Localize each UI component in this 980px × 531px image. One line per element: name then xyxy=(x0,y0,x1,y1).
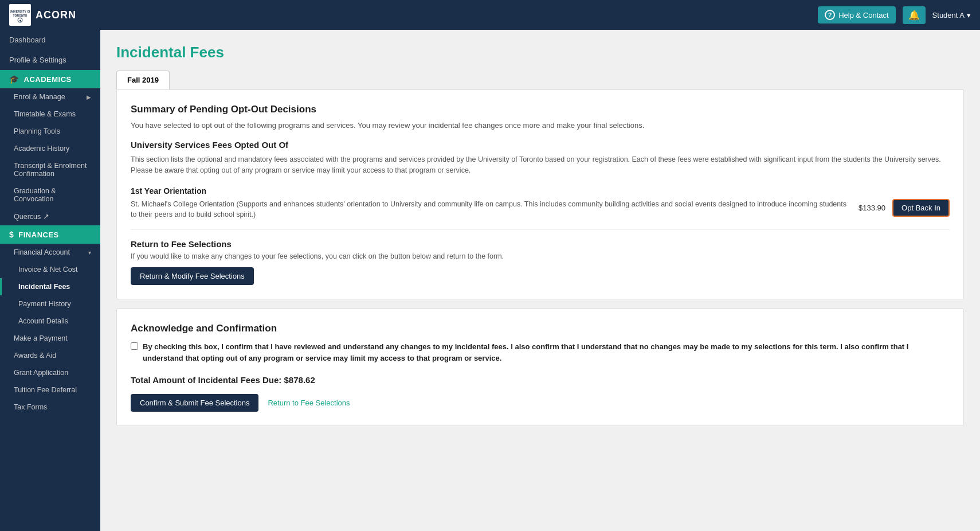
sidebar-item-invoice-net-cost[interactable]: Invoice & Net Cost xyxy=(0,261,100,278)
user-caret-icon: ▾ xyxy=(967,11,971,19)
sidebar-item-profile[interactable]: Profile & Settings xyxy=(0,50,100,70)
main-content: Incidental Fees Fall 2019 Summary of Pen… xyxy=(100,30,980,531)
university-logo: UNIVERSITY OF TORONTO ⚜ xyxy=(9,4,31,26)
sidebar-item-academic-history[interactable]: Academic History xyxy=(0,140,100,157)
sidebar-item-enrol-manage[interactable]: Enrol & Manage ▶ xyxy=(0,88,100,106)
sidebar-item-dashboard[interactable]: Dashboard xyxy=(0,30,100,50)
user-menu-button[interactable]: Student A ▾ xyxy=(932,11,971,19)
academics-icon: 🎓 xyxy=(9,75,19,84)
sidebar-item-tax-forms[interactable]: Tax Forms xyxy=(0,399,100,416)
acknowledge-card: Acknowledge and Confirmation By checking… xyxy=(116,309,964,426)
fee-item-title: 1st Year Orientation xyxy=(131,186,950,196)
acknowledge-checkbox[interactable] xyxy=(131,342,138,350)
chevron-right-icon: ▶ xyxy=(87,94,91,100)
summary-title: Summary of Pending Opt-Out Decisions xyxy=(131,104,950,115)
chevron-down-icon: ▾ xyxy=(88,249,91,256)
finances-section-header: $ FINANCES xyxy=(0,225,100,244)
sidebar-profile-label: Profile & Settings xyxy=(9,56,66,64)
sidebar-item-financial-account[interactable]: Financial Account ▾ xyxy=(0,244,100,261)
sidebar-item-make-payment[interactable]: Make a Payment xyxy=(0,330,100,347)
confirm-submit-button[interactable]: Confirm & Submit Fee Selections xyxy=(131,394,258,412)
acknowledge-check-row: By checking this box, I confirm that I h… xyxy=(131,341,950,364)
fee-item-right: $133.90 Opt Back In xyxy=(859,199,950,217)
user-label: Student A xyxy=(932,11,965,19)
topnav-right: ? Help & Contact 🔔 Student A ▾ xyxy=(818,6,971,24)
sidebar-item-graduation-convocation[interactable]: Graduation & Convocation xyxy=(0,182,100,208)
sidebar-item-quercus[interactable]: Quercus ↗ xyxy=(0,208,100,225)
svg-text:TORONTO: TORONTO xyxy=(13,14,28,17)
summary-card: Summary of Pending Opt-Out Decisions You… xyxy=(116,89,964,299)
help-button[interactable]: ? Help & Contact xyxy=(818,6,895,24)
fee-item-row: St. Michael's College Orientation (Suppo… xyxy=(131,199,950,221)
sidebar-item-incidental-fees[interactable]: Incidental Fees xyxy=(0,278,100,295)
opt-back-in-button[interactable]: Opt Back In xyxy=(892,199,950,217)
sidebar-item-timetable-exams[interactable]: Timetable & Exams xyxy=(0,106,100,123)
total-amount-label: Total Amount of Incidental Fees Due: $87… xyxy=(131,375,950,385)
notification-icon: 🔔 xyxy=(908,10,920,20)
page-title: Incidental Fees xyxy=(116,44,964,61)
fee-item-orientation: 1st Year Orientation St. Michael's Colle… xyxy=(131,186,950,221)
make-payment-label: Make a Payment xyxy=(14,334,68,342)
academics-header-label: ACADEMICS xyxy=(24,75,72,84)
sidebar-item-payment-history[interactable]: Payment History xyxy=(0,295,100,313)
topnav: UNIVERSITY OF TORONTO ⚜ ACORN ? Help & C… xyxy=(0,0,980,30)
academics-section-header: 🎓 ACADEMICS xyxy=(0,70,100,88)
sidebar-item-transcript-enrolment[interactable]: Transcript & Enrolment Confirmation xyxy=(0,157,100,182)
divider xyxy=(131,229,950,230)
finances-header-label: FINANCES xyxy=(18,231,58,239)
finances-icon: $ xyxy=(9,230,14,239)
logo: UNIVERSITY OF TORONTO ⚜ ACORN xyxy=(9,4,76,26)
tabs: Fall 2019 xyxy=(116,71,964,89)
tuition-deferral-label: Tuition Fee Deferral xyxy=(14,386,77,394)
help-label: Help & Contact xyxy=(838,11,888,19)
return-fee-selections-link[interactable]: Return to Fee Selections xyxy=(268,399,350,407)
acknowledge-title: Acknowledge and Confirmation xyxy=(131,323,950,334)
university-services-desc: This section lists the optional and mand… xyxy=(131,154,950,176)
sidebar-item-grant-application[interactable]: Grant Application xyxy=(0,364,100,381)
summary-desc: You have selected to opt out of the foll… xyxy=(131,121,950,130)
sidebar-dashboard-label: Dashboard xyxy=(9,36,46,44)
return-section-desc: If you would like to make any changes to… xyxy=(131,252,950,260)
return-modify-button[interactable]: Return & Modify Fee Selections xyxy=(131,267,254,285)
tab-fall-2019[interactable]: Fall 2019 xyxy=(116,71,170,89)
sidebar: Dashboard Profile & Settings 🎓 ACADEMICS… xyxy=(0,30,100,531)
help-icon: ? xyxy=(825,10,835,20)
acknowledge-text: By checking this box, I confirm that I h… xyxy=(143,341,950,364)
awards-aid-label: Awards & Aid xyxy=(14,352,56,360)
fee-amount: $133.90 xyxy=(859,204,885,212)
svg-text:UNIVERSITY OF: UNIVERSITY OF xyxy=(10,10,30,13)
app-name: ACORN xyxy=(36,9,76,21)
return-section-title: Return to Fee Selections xyxy=(131,239,950,249)
notification-button[interactable]: 🔔 xyxy=(903,6,926,24)
grant-application-label: Grant Application xyxy=(14,369,68,377)
fee-item-desc: St. Michael's College Orientation (Suppo… xyxy=(131,199,849,221)
confirm-row: Confirm & Submit Fee Selections Return t… xyxy=(131,394,950,412)
sidebar-item-awards-aid[interactable]: Awards & Aid xyxy=(0,347,100,364)
university-services-title: University Services Fees Opted Out Of xyxy=(131,140,950,150)
sidebar-item-planning-tools[interactable]: Planning Tools xyxy=(0,123,100,140)
tax-forms-label: Tax Forms xyxy=(14,403,47,411)
sidebar-item-tuition-deferral[interactable]: Tuition Fee Deferral xyxy=(0,381,100,399)
sidebar-item-account-details[interactable]: Account Details xyxy=(0,313,100,330)
